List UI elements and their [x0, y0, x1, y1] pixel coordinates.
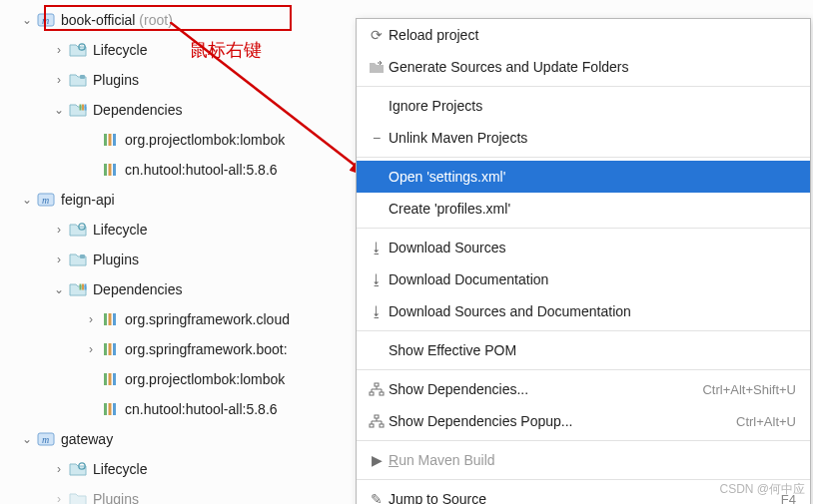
menu-unlink-projects[interactable]: − Unlink Maven Projects — [357, 122, 810, 154]
menu-separator — [357, 157, 810, 158]
svg-rect-39 — [375, 415, 379, 418]
dependencies-folder-icon — [68, 279, 88, 299]
svg-rect-9 — [113, 134, 116, 146]
svg-rect-22 — [113, 313, 116, 325]
svg-rect-36 — [375, 383, 379, 386]
chevron-down-icon[interactable]: ⌄ — [18, 432, 36, 446]
library-icon — [100, 399, 120, 419]
library-icon — [100, 369, 120, 389]
watermark: CSDN @何中应 — [719, 481, 805, 498]
menu-open-settings-xml[interactable]: Open 'settings.xml' — [357, 161, 810, 193]
node-label: Lifecycle — [92, 222, 147, 238]
node-label: Dependencies — [92, 102, 183, 118]
chevron-right-icon[interactable]: › — [50, 492, 68, 504]
dependency-label: org.springframework.cloud — [124, 311, 290, 327]
diagram-icon — [365, 414, 389, 428]
svg-rect-16 — [80, 254, 85, 258]
menu-separator — [357, 228, 810, 229]
dependencies-folder-icon — [68, 100, 88, 120]
svg-rect-20 — [104, 313, 107, 325]
diagram-icon — [365, 382, 389, 396]
chevron-down-icon[interactable]: ⌄ — [18, 13, 36, 27]
menu-generate-sources[interactable]: Generate Sources and Update Folders — [357, 51, 810, 83]
svg-rect-7 — [104, 134, 107, 146]
svg-rect-25 — [113, 343, 116, 355]
maven-module-icon: m — [36, 429, 56, 449]
svg-rect-4 — [80, 105, 82, 111]
library-icon — [100, 339, 120, 359]
svg-rect-21 — [109, 313, 112, 325]
svg-rect-24 — [109, 343, 112, 355]
context-menu: ⟳ Reload project Generate Sources and Up… — [356, 18, 811, 504]
minus-icon: − — [365, 130, 389, 146]
menu-download-sources[interactable]: ⭳ Download Sources — [357, 232, 810, 263]
plugins-folder-icon — [68, 250, 88, 269]
chevron-down-icon[interactable]: ⌄ — [18, 193, 36, 207]
menu-separator — [357, 479, 810, 480]
node-label: Plugins — [92, 72, 139, 88]
annotation-text: 鼠标右键 — [190, 38, 262, 62]
chevron-down-icon[interactable]: ⌄ — [50, 282, 68, 296]
library-icon — [100, 309, 120, 329]
chevron-right-icon[interactable]: › — [50, 252, 68, 266]
menu-download-documentation[interactable]: ⭳ Download Documentation — [357, 263, 810, 295]
download-icon: ⭳ — [365, 240, 389, 255]
dependency-label: org.projectlombok:lombok — [124, 371, 285, 387]
chevron-right-icon[interactable]: › — [50, 462, 68, 476]
menu-ignore-projects[interactable]: Ignore Projects — [357, 90, 810, 122]
edit-icon: ✎ — [365, 491, 389, 504]
reload-icon: ⟳ — [365, 27, 389, 43]
menu-create-profiles-xml[interactable]: Create 'profiles.xml' — [357, 193, 810, 225]
svg-rect-30 — [109, 403, 112, 415]
library-icon — [100, 130, 120, 150]
menu-separator — [357, 86, 810, 87]
node-label: Plugins — [92, 491, 139, 504]
menu-download-sources-and-docs[interactable]: ⭳ Download Sources and Documentation — [357, 295, 810, 327]
menu-run-maven-build: ▶ Run Maven Build — [357, 444, 810, 476]
maven-module-icon: m — [36, 190, 56, 210]
chevron-right-icon[interactable]: › — [82, 312, 100, 326]
menu-show-dependencies[interactable]: Show Dependencies... Ctrl+Alt+Shift+U — [357, 373, 810, 405]
svg-text:m: m — [42, 15, 49, 26]
dependency-label: cn.hutool:hutool-all:5.8.6 — [124, 162, 278, 178]
menu-separator — [357, 330, 810, 331]
menu-show-dependencies-popup[interactable]: Show Dependencies Popup... Ctrl+Alt+U — [357, 405, 810, 437]
svg-rect-11 — [109, 164, 112, 176]
menu-show-effective-pom[interactable]: Show Effective POM — [357, 334, 810, 366]
play-icon: ▶ — [365, 452, 389, 468]
node-label: Lifecycle — [92, 461, 147, 477]
svg-rect-31 — [113, 403, 116, 415]
plugins-folder-icon — [68, 489, 88, 504]
project-label: gateway — [60, 431, 113, 447]
node-label: Plugins — [92, 252, 139, 267]
shortcut-text: Ctrl+Alt+Shift+U — [702, 382, 796, 397]
plugins-folder-icon — [68, 70, 88, 90]
maven-module-icon: m — [36, 10, 56, 30]
svg-rect-37 — [370, 392, 374, 395]
dependency-label: org.projectlombok:lombok — [124, 132, 285, 148]
svg-rect-6 — [85, 105, 87, 111]
lifecycle-folder-icon — [68, 220, 88, 240]
chevron-down-icon[interactable]: ⌄ — [50, 103, 68, 117]
node-label: Dependencies — [92, 281, 183, 297]
chevron-right-icon[interactable]: › — [50, 43, 68, 57]
svg-rect-10 — [104, 164, 107, 176]
dependency-label: cn.hutool:hutool-all:5.8.6 — [124, 401, 278, 417]
svg-text:m: m — [42, 434, 49, 445]
svg-rect-26 — [104, 373, 107, 385]
menu-separator — [357, 369, 810, 370]
svg-rect-5 — [82, 105, 84, 111]
library-icon — [100, 160, 120, 180]
menu-reload-project[interactable]: ⟳ Reload project — [357, 19, 810, 51]
chevron-right-icon[interactable]: › — [50, 73, 68, 87]
chevron-right-icon[interactable]: › — [82, 342, 100, 356]
download-icon: ⭳ — [365, 303, 389, 319]
node-label: Lifecycle — [92, 42, 147, 58]
generate-icon — [365, 60, 389, 74]
svg-rect-29 — [104, 403, 107, 415]
lifecycle-folder-icon — [68, 459, 88, 479]
svg-rect-12 — [113, 164, 116, 176]
lifecycle-folder-icon — [68, 40, 88, 60]
svg-rect-41 — [380, 424, 384, 427]
chevron-right-icon[interactable]: › — [50, 223, 68, 237]
